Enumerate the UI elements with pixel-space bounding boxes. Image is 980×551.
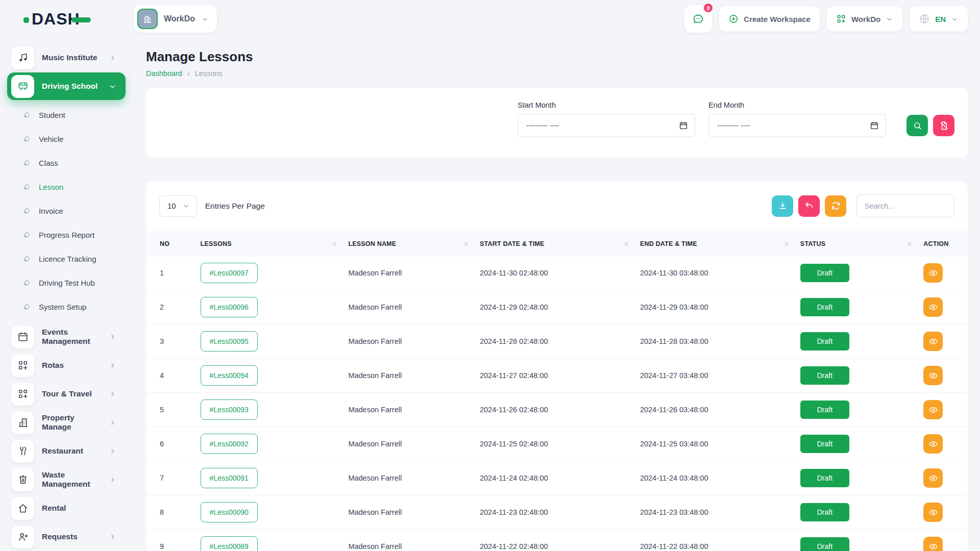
cell-no: 9 [146,530,195,551]
eye-icon [928,268,938,278]
lesson-code-link[interactable]: #Less00089 [201,536,258,551]
view-button[interactable] [923,468,943,488]
column-header-start-date-time[interactable]: START DATE & TIME [475,232,635,256]
ring-icon [23,256,30,262]
lesson-code-link[interactable]: #Less00091 [201,468,258,488]
lesson-code-link[interactable]: #Less00094 [201,365,258,386]
view-button[interactable] [923,263,943,283]
table-row: 5#Less00093Madeson Farrell2024-11-26 02:… [146,393,968,427]
column-header-end-date-time[interactable]: END DATE & TIME [635,232,795,256]
eye-icon [928,542,938,551]
topbar: DASH WorkDo 0 Create Workspace WorkDo [0,0,980,38]
sidebar-item-licence-tracking[interactable]: Licence Tracking [0,247,132,271]
create-workspace-label: Create Workspace [744,15,811,23]
breadcrumb-dashboard-link[interactable]: Dashboard [146,69,182,78]
trash-icon [11,468,34,491]
view-button[interactable] [923,297,943,317]
brand-logo[interactable]: DASH [23,10,120,29]
view-button[interactable] [923,332,943,351]
refresh-button[interactable] [825,195,846,217]
sidebar-item-rental[interactable]: Rental [7,494,126,522]
messages-button[interactable]: 0 [684,5,712,33]
ring-icon [23,112,30,118]
sidebar-item-requests[interactable]: Requests [7,523,126,550]
export-button[interactable] [772,195,793,217]
eye-icon [928,371,938,381]
status-badge: Draft [800,298,849,316]
lessons-table: NOLESSONSLESSON NAMESTART DATE & TIMEEND… [146,232,968,551]
cell-end-date: 2024-11-29 03:48:00 [635,290,795,324]
sidebar-item-driving-school[interactable]: Driving School [7,72,126,100]
sidebar-item-progress-report[interactable]: Progress Report [0,223,132,247]
sidebar-item-driving-test-hub[interactable]: Driving Test Hub [0,271,132,295]
column-header-lessons[interactable]: LESSONS [195,232,344,256]
column-header-label: END DATE & TIME [640,240,697,247]
lesson-code-link[interactable]: #Less00095 [201,331,258,352]
cell-lesson-name: Madeson Farrell [343,324,475,359]
status-badge: Draft [800,435,849,453]
column-header-status[interactable]: STATUS [795,232,919,256]
table-row: 7#Less00091Madeson Farrell2024-11-24 02:… [146,461,968,495]
bus-icon [11,75,34,98]
sidebar-item-property-manage[interactable]: Property Manage [7,409,126,436]
lessons-table-body: 1#Less00097Madeson Farrell2024-11-30 02:… [146,256,968,551]
sidebar-item-restaurant[interactable]: Restaurant [7,437,126,465]
sidebar-item-system-setup[interactable]: System Setup [0,295,132,319]
language-selector[interactable]: EN [910,6,968,32]
start-month-input[interactable]: --------- ---- [518,114,695,137]
view-button[interactable] [923,400,943,419]
sidebar-item-tour-travel[interactable]: Tour & Travel [7,380,126,408]
chevron-right-icon [109,419,116,427]
cell-end-date: 2024-11-25 03:48:00 [635,427,795,461]
chevron-right-icon [109,447,116,455]
lesson-code-link[interactable]: #Less00092 [201,434,258,454]
column-header-label: STATUS [800,240,825,247]
driving-school-submenu: Student Vehicle Class Lesson Invoice Pro… [0,103,132,319]
cell-lesson-name: Madeson Farrell [343,393,475,427]
sidebar-item-class[interactable]: Class [0,151,132,175]
column-header-lesson-name[interactable]: LESSON NAME [343,232,475,256]
sidebar-item-music-institute[interactable]: Music Institute [7,44,126,71]
end-month-group: End Month --------- ---- [708,101,886,137]
sidebar-item-lesson[interactable]: Lesson [0,175,132,199]
chevron-right-icon [109,390,116,398]
create-workspace-button[interactable]: Create Workspace [719,6,820,32]
undo-button[interactable] [798,195,820,217]
filter-search-button[interactable] [906,115,928,136]
column-header-label: LESSON NAME [348,240,396,247]
cell-no: 1 [146,256,195,290]
topbar-actions: 0 Create Workspace WorkDo EN [684,5,968,33]
column-header-action: ACTION [918,232,968,256]
view-button[interactable] [923,503,943,522]
sidebar-item-events-management[interactable]: Events Management [7,323,126,350]
calendar-icon [679,121,688,130]
column-header-label: LESSONS [201,240,232,247]
lesson-code-link[interactable]: #Less00097 [201,263,258,283]
workspace-switcher-label: WorkDo [164,14,195,23]
sidebar-item-rotas[interactable]: Rotas [7,352,126,379]
lesson-code-link[interactable]: #Less00093 [201,399,258,420]
cell-start-date: 2024-11-27 02:48:00 [475,359,635,393]
sidebar-item-vehicle[interactable]: Vehicle [0,127,132,151]
filter-clear-button[interactable] [933,115,954,136]
view-button[interactable] [923,537,943,551]
cell-lesson-name: Madeson Farrell [343,359,475,393]
view-button[interactable] [923,434,943,454]
end-month-input[interactable]: --------- ---- [708,114,886,137]
workspace-switcher[interactable]: WorkDo [134,5,217,33]
workspace-menu-button[interactable]: WorkDo [827,6,902,32]
cell-no: 3 [146,324,195,359]
entries-per-page-select[interactable]: 10 [159,195,197,217]
chevron-down-icon [951,15,959,23]
status-badge: Draft [800,537,849,551]
sidebar-item-student[interactable]: Student [0,103,132,127]
table-search-input[interactable] [856,194,954,217]
eye-icon [928,303,938,312]
sidebar-item-invoice[interactable]: Invoice [0,199,132,223]
cell-end-date: 2024-11-27 03:48:00 [635,359,795,393]
lesson-code-link[interactable]: #Less00090 [201,502,258,522]
sidebar-item-waste-management[interactable]: Waste Management [7,466,126,493]
view-button[interactable] [923,366,943,385]
column-header-label: ACTION [923,240,948,247]
lesson-code-link[interactable]: #Less00096 [201,297,258,317]
